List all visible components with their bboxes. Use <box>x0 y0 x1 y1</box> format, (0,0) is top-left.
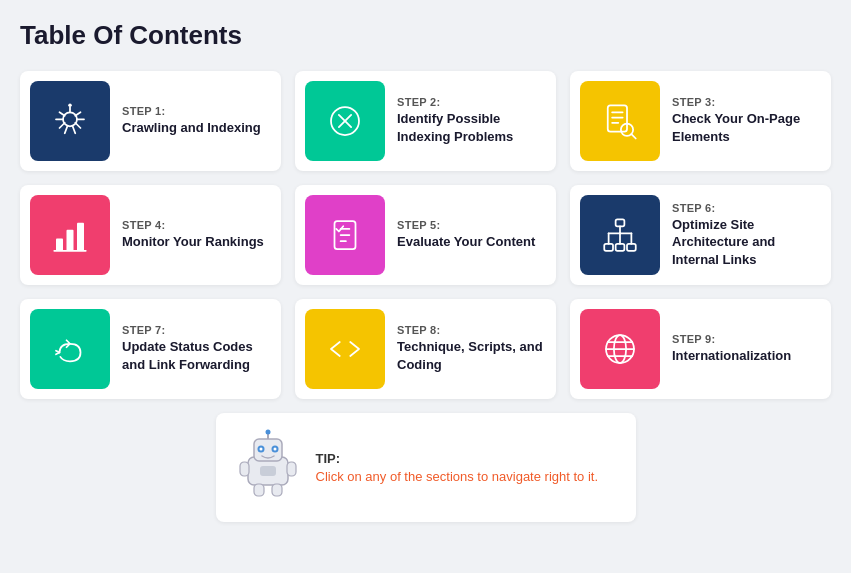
svg-rect-30 <box>616 244 625 251</box>
svg-rect-20 <box>56 239 63 251</box>
step-8-text: STEP 8:Technique, Scripts, and Coding <box>397 324 546 373</box>
step-5-label: STEP 5: <box>397 219 535 231</box>
svg-rect-55 <box>254 484 264 496</box>
step-1-title: Crawling and Indexing <box>122 119 261 137</box>
step-1-text: STEP 1:Crawling and Indexing <box>122 105 261 137</box>
step-9-text: STEP 9:Internationalization <box>672 333 791 365</box>
step-9-icon <box>580 309 660 389</box>
svg-line-4 <box>75 112 80 116</box>
step-7-label: STEP 7: <box>122 324 271 336</box>
svg-line-19 <box>631 134 635 138</box>
step-2-text: STEP 2:Identify Possible Indexing Proble… <box>397 96 546 145</box>
svg-line-3 <box>60 112 65 116</box>
tip-description: Click on any of the sections to navigate… <box>316 469 599 484</box>
step-2-card[interactable]: STEP 2:Identify Possible Indexing Proble… <box>295 71 556 171</box>
svg-line-9 <box>65 126 68 133</box>
step-8-icon <box>305 309 385 389</box>
step-7-card[interactable]: STEP 7:Update Status Codes and Link Forw… <box>20 299 281 399</box>
step-3-icon <box>580 81 660 161</box>
step-4-label: STEP 4: <box>122 219 264 231</box>
step-6-icon <box>580 195 660 275</box>
step-5-icon <box>305 195 385 275</box>
svg-rect-22 <box>77 223 84 251</box>
svg-point-2 <box>68 104 72 108</box>
svg-rect-52 <box>260 466 276 476</box>
step-5-text: STEP 5:Evaluate Your Content <box>397 219 535 251</box>
step-8-label: STEP 8: <box>397 324 546 336</box>
step-3-card[interactable]: STEP 3:Check Your On-Page Elements <box>570 71 831 171</box>
step-7-title: Update Status Codes and Link Forwarding <box>122 338 271 373</box>
step-5-title: Evaluate Your Content <box>397 233 535 251</box>
step-1-label: STEP 1: <box>122 105 261 117</box>
step-4-text: STEP 4:Monitor Your Rankings <box>122 219 264 251</box>
tip-box: TIP: Click on any of the sections to nav… <box>216 413 636 522</box>
svg-line-7 <box>60 123 65 128</box>
step-4-title: Monitor Your Rankings <box>122 233 264 251</box>
step-7-icon <box>30 309 110 389</box>
step-9-card[interactable]: STEP 9:Internationalization <box>570 299 831 399</box>
svg-rect-53 <box>240 462 249 476</box>
step-6-title: Optimize Site Architecture and Internal … <box>672 216 821 269</box>
page-title: Table Of Contents <box>20 20 831 51</box>
step-6-card[interactable]: STEP 6:Optimize Site Architecture and In… <box>570 185 831 285</box>
step-8-card[interactable]: STEP 8:Technique, Scripts, and Coding <box>295 299 556 399</box>
svg-rect-29 <box>604 244 613 251</box>
svg-rect-28 <box>616 219 625 226</box>
step-8-title: Technique, Scripts, and Coding <box>397 338 546 373</box>
svg-rect-31 <box>627 244 636 251</box>
step-2-title: Identify Possible Indexing Problems <box>397 110 546 145</box>
step-9-title: Internationalization <box>672 347 791 365</box>
step-4-card[interactable]: STEP 4:Monitor Your Rankings <box>20 185 281 285</box>
svg-point-47 <box>265 430 270 435</box>
svg-point-0 <box>63 112 77 126</box>
tip-content: TIP: Click on any of the sections to nav… <box>316 451 599 484</box>
step-3-title: Check Your On-Page Elements <box>672 110 821 145</box>
step-2-icon <box>305 81 385 161</box>
step-1-icon <box>30 81 110 161</box>
step-6-label: STEP 6: <box>672 202 821 214</box>
step-9-label: STEP 9: <box>672 333 791 345</box>
step-2-label: STEP 2: <box>397 96 546 108</box>
step-7-text: STEP 7:Update Status Codes and Link Forw… <box>122 324 271 373</box>
svg-point-51 <box>273 448 276 451</box>
svg-line-8 <box>75 123 80 128</box>
steps-grid: STEP 1:Crawling and Indexing STEP 2:Iden… <box>20 71 831 399</box>
tip-label: TIP: <box>316 451 599 466</box>
svg-line-10 <box>73 126 76 133</box>
svg-rect-21 <box>67 230 74 251</box>
step-3-label: STEP 3: <box>672 96 821 108</box>
step-6-text: STEP 6:Optimize Site Architecture and In… <box>672 202 821 269</box>
step-3-text: STEP 3:Check Your On-Page Elements <box>672 96 821 145</box>
step-1-card[interactable]: STEP 1:Crawling and Indexing <box>20 71 281 171</box>
step-5-card[interactable]: STEP 5:Evaluate Your Content <box>295 185 556 285</box>
step-4-icon <box>30 195 110 275</box>
svg-point-50 <box>259 448 262 451</box>
svg-rect-56 <box>272 484 282 496</box>
robot-icon <box>238 429 298 506</box>
svg-rect-54 <box>287 462 296 476</box>
